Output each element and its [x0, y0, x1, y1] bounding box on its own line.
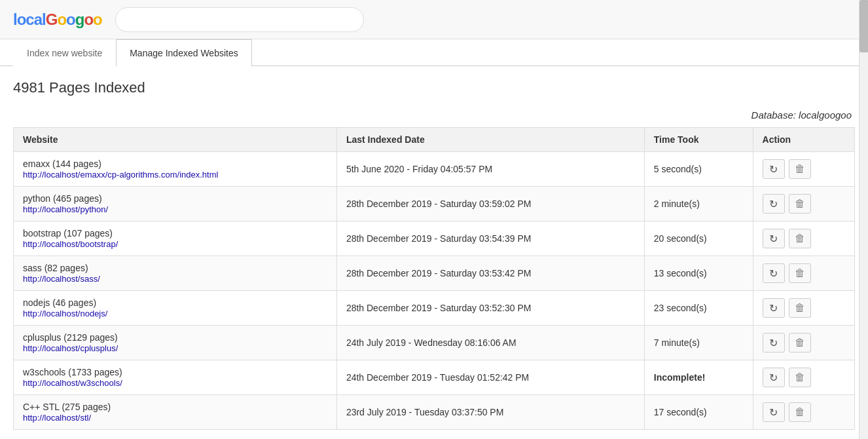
delete-button[interactable]: 🗑: [789, 229, 811, 248]
cell-action: ↻ 🗑: [753, 291, 854, 326]
website-link[interactable]: http://localhost/sass/: [23, 274, 100, 284]
cell-time-took: 5 second(s): [644, 152, 753, 187]
action-buttons: ↻ 🗑: [763, 402, 845, 422]
website-name: w3schools (1733 pages): [23, 367, 327, 377]
logo-g1: G: [46, 10, 58, 28]
action-buttons: ↻ 🗑: [763, 194, 845, 214]
database-info: Database: localgoogoo: [13, 109, 855, 121]
cell-time-took: 23 second(s): [644, 291, 753, 326]
tab-manage[interactable]: Manage Indexed Websites: [116, 39, 252, 66]
header: localGoogoo: [0, 0, 868, 39]
delete-button[interactable]: 🗑: [789, 333, 811, 353]
col-website: Website: [14, 128, 337, 152]
delete-button[interactable]: 🗑: [789, 194, 811, 214]
logo-o1: o: [57, 10, 66, 28]
cell-website: bootstrap (107 pages) http://localhost/b…: [14, 221, 337, 256]
table-row: python (465 pages) http://localhost/pyth…: [14, 187, 855, 221]
cell-time-took: Incomplete!: [644, 360, 753, 395]
refresh-button[interactable]: ↻: [763, 263, 785, 283]
website-link[interactable]: http://localhost/nodejs/: [23, 309, 107, 318]
website-link[interactable]: http://localhost/emaxx/cp-algorithms.com…: [23, 170, 218, 180]
delete-button[interactable]: 🗑: [789, 402, 811, 422]
cell-website: w3schools (1733 pages) http://localhost/…: [14, 360, 337, 395]
refresh-button[interactable]: ↻: [763, 229, 785, 248]
tab-index-new[interactable]: Index new website: [13, 39, 116, 66]
cell-last-indexed: 24th December 2019 - Tuesday 01:52:42 PM: [336, 360, 644, 395]
website-link[interactable]: http://localhost/cplusplus/: [23, 343, 118, 353]
cell-last-indexed: 5th June 2020 - Friday 04:05:57 PM: [336, 152, 644, 187]
website-link[interactable]: http://localhost/bootstrap/: [23, 239, 118, 249]
cell-action: ↻ 🗑: [753, 152, 854, 187]
action-buttons: ↻ 🗑: [763, 229, 845, 248]
table-row: nodejs (46 pages) http://localhost/nodej…: [14, 291, 855, 326]
col-time-took: Time Took: [644, 128, 753, 152]
col-action: Action: [753, 128, 854, 152]
search-input[interactable]: [115, 7, 364, 32]
cell-time-took: 2 minute(s): [644, 187, 753, 221]
scrollbar[interactable]: [859, 0, 868, 430]
websites-table: Website Last Indexed Date Time Took Acti…: [13, 127, 855, 430]
cell-last-indexed: 28th December 2019 - Saturday 03:53:42 P…: [336, 256, 644, 291]
table-row: bootstrap (107 pages) http://localhost/b…: [14, 221, 855, 256]
delete-button[interactable]: 🗑: [789, 368, 811, 387]
table-row: cplusplus (2129 pages) http://localhost/…: [14, 326, 855, 360]
cell-time-took: 13 second(s): [644, 256, 753, 291]
cell-time-took: 17 second(s): [644, 395, 753, 430]
scrollbar-thumb[interactable]: [859, 0, 868, 52]
delete-button[interactable]: 🗑: [789, 263, 811, 283]
action-buttons: ↻ 🗑: [763, 368, 845, 387]
logo-local: local: [13, 10, 46, 28]
logo: localGoogoo: [13, 10, 102, 29]
cell-last-indexed: 28th December 2019 - Saturday 03:54:39 P…: [336, 221, 644, 256]
logo-o2: o: [66, 10, 75, 28]
website-link[interactable]: http://localhost/python/: [23, 204, 108, 214]
table-row: sass (82 pages) http://localhost/sass/ 2…: [14, 256, 855, 291]
website-link[interactable]: http://localhost/w3schools/: [23, 378, 122, 388]
delete-button[interactable]: 🗑: [789, 159, 811, 179]
cell-website: nodejs (46 pages) http://localhost/nodej…: [14, 291, 337, 326]
website-name: python (465 pages): [23, 193, 327, 204]
table-row: w3schools (1733 pages) http://localhost/…: [14, 360, 855, 395]
logo-g2: g: [75, 10, 84, 28]
incomplete-badge: Incomplete!: [654, 372, 706, 383]
cell-website: cplusplus (2129 pages) http://localhost/…: [14, 326, 337, 360]
pages-count: 4981 Pages Indexed: [13, 79, 855, 96]
website-name: nodejs (46 pages): [23, 297, 327, 308]
main-content: 4981 Pages Indexed Database: localgoogoo…: [0, 66, 868, 430]
cell-last-indexed: 24th July 2019 - Wednesday 08:16:06 AM: [336, 326, 644, 360]
cell-action: ↻ 🗑: [753, 221, 854, 256]
action-buttons: ↻ 🗑: [763, 263, 845, 283]
cell-action: ↻ 🗑: [753, 256, 854, 291]
refresh-button[interactable]: ↻: [763, 333, 785, 353]
refresh-button[interactable]: ↻: [763, 402, 785, 422]
cell-website: C++ STL (275 pages) http://localhost/stl…: [14, 395, 337, 430]
cell-action: ↻ 🗑: [753, 360, 854, 395]
cell-last-indexed: 28th December 2019 - Saturday 03:52:30 P…: [336, 291, 644, 326]
cell-time-took: 7 minute(s): [644, 326, 753, 360]
table-row: emaxx (144 pages) http://localhost/emaxx…: [14, 152, 855, 187]
table-row: C++ STL (275 pages) http://localhost/stl…: [14, 395, 855, 430]
cell-website: python (465 pages) http://localhost/pyth…: [14, 187, 337, 221]
logo-o3: o: [84, 10, 93, 28]
refresh-button[interactable]: ↻: [763, 368, 785, 387]
refresh-button[interactable]: ↻: [763, 159, 785, 179]
refresh-button[interactable]: ↻: [763, 194, 785, 214]
tabs-bar: Index new website Manage Indexed Website…: [0, 39, 868, 66]
cell-last-indexed: 23rd July 2019 - Tuesday 03:37:50 PM: [336, 395, 644, 430]
action-buttons: ↻ 🗑: [763, 159, 845, 179]
cell-website: sass (82 pages) http://localhost/sass/: [14, 256, 337, 291]
cell-action: ↻ 🗑: [753, 187, 854, 221]
website-name: C++ STL (275 pages): [23, 402, 327, 412]
action-buttons: ↻ 🗑: [763, 298, 845, 318]
website-name: cplusplus (2129 pages): [23, 332, 327, 343]
delete-button[interactable]: 🗑: [789, 298, 811, 318]
website-link[interactable]: http://localhost/stl/: [23, 413, 91, 423]
cell-website: emaxx (144 pages) http://localhost/emaxx…: [14, 152, 337, 187]
table-header-row: Website Last Indexed Date Time Took Acti…: [14, 128, 855, 152]
website-name: sass (82 pages): [23, 263, 327, 273]
logo-o4: o: [93, 10, 102, 28]
refresh-button[interactable]: ↻: [763, 298, 785, 318]
col-last-indexed: Last Indexed Date: [336, 128, 644, 152]
cell-time-took: 20 second(s): [644, 221, 753, 256]
website-name: emaxx (144 pages): [23, 159, 327, 169]
